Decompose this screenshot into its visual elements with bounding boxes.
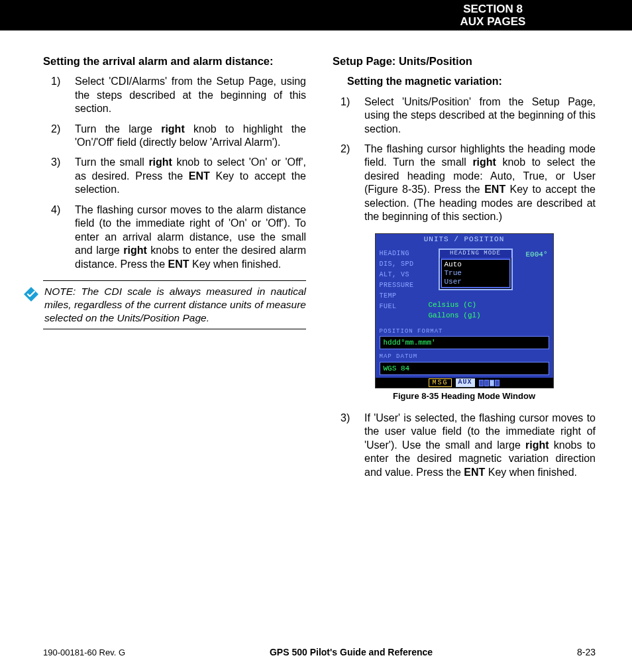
row-temp: TEMP [380,291,414,302]
status-aux: AUX [456,378,475,387]
left-step-2-text: Turn the large right knob to highlight t… [75,123,306,150]
page-footer: 190-00181-60 Rev. G GPS 500 Pilot's Guid… [43,647,596,657]
heading-mode-popup: HEADING MODE Auto True User [439,249,513,291]
right-step-1-text: Select 'Units/Position' from the Setup P… [364,95,596,136]
left-step-2-num: 2) [51,123,75,150]
right-step-2: 2) The flashing cursor highlights the he… [333,142,596,224]
fuel-value: Gallons (gl) [429,311,481,320]
left-step-2: 2) Turn the large right knob to highligh… [43,123,306,150]
right-step-2-text: The flashing cursor highlights the headi… [364,142,596,224]
device-screen: UNITS / POSITION HEADING DIS, SPD ALT, V… [375,233,554,388]
screen-body: HEADING DIS, SPD ALT, VS PRESSURE TEMP F… [376,245,553,327]
left-heading: Setting the arrival alarm and alarm dist… [43,54,306,68]
footer-title: GPS 500 Pilot's Guide and Reference [270,647,433,657]
right-step-2-num: 2) [341,142,364,224]
status-msg: MSG [429,378,451,387]
left-step-1: 1) Select 'CDI/Alarms' from the Setup Pa… [43,75,306,115]
note-box: NOTE: The CDI scale is always measured i… [43,280,306,329]
status-bar: MSG AUX [376,378,553,388]
footer-page: 8-23 [577,647,596,657]
left-column: Setting the arrival alarm and alarm dist… [43,54,306,632]
left-step-1-text: Select 'CDI/Alarms' from the Setup Page,… [75,75,306,115]
popup-options: Auto True User [441,259,510,288]
popup-title: HEADING MODE [440,250,511,258]
section-header-text: SECTION 8 AUX PAGES [427,3,559,28]
note-check-icon [23,286,39,302]
left-step-3-num: 3) [51,156,75,196]
row-fuel: FUEL [380,302,414,312]
right-step-3-num: 3) [341,412,364,479]
left-step-1-num: 1) [51,75,75,115]
heading-value: E004° [525,250,547,259]
popup-opt-user: User [445,278,507,286]
left-step-4-num: 4) [51,203,75,271]
section-header-line1: SECTION 8 [427,3,559,16]
footer-docid: 190-00181-60 Rev. G [43,647,125,657]
map-datum-label: MAP DATUM [376,352,553,362]
popup-opt-true: True [445,269,507,278]
row-heading: HEADING [380,249,414,259]
figure-8-35: UNITS / POSITION HEADING DIS, SPD ALT, V… [375,233,554,402]
row-alt-vs: ALT, VS [380,270,414,280]
map-datum-value: WGS 84 [380,362,549,375]
left-steps: 1) Select 'CDI/Alarms' from the Setup Pa… [43,75,306,271]
screen-row-labels: HEADING DIS, SPD ALT, VS PRESSURE TEMP F… [380,249,414,312]
right-step-1: 1) Select 'Units/Position' from the Setu… [333,95,596,136]
right-steps-b: 3) If 'User' is selected, the flashing c… [333,412,596,479]
page-indicator-icon [479,380,500,386]
left-step-4: 4) The flashing cursor moves to the alar… [43,203,306,271]
page: SECTION 8 AUX PAGES Setting the arrival … [0,0,632,672]
position-format-value: hddd°mm.mmm' [380,336,549,349]
popup-opt-auto: Auto [445,260,507,269]
right-column: Setup Page: Units/Position Setting the m… [333,54,596,632]
content-columns: Setting the arrival alarm and alarm dist… [43,54,596,632]
note-text: NOTE: The CDI scale is always measured i… [44,285,306,324]
right-subheading: Setting the magnetic variation: [347,75,596,88]
right-step-3: 3) If 'User' is selected, the flashing c… [333,412,596,479]
left-step-3-text: Turn the small right knob to select 'On'… [75,156,306,196]
row-pressure: PRESSURE [380,280,414,291]
position-format-label: POSITION FORMAT [376,327,553,337]
left-step-4-text: The flashing cursor moves to the alarm d… [75,203,306,271]
left-step-3: 3) Turn the small right knob to select '… [43,156,306,196]
screen-title: UNITS / POSITION [376,234,553,245]
right-steps-a: 1) Select 'Units/Position' from the Setu… [333,95,596,224]
right-step-3-text: If 'User' is selected, the flashing curs… [364,412,596,479]
right-step-1-num: 1) [341,95,364,136]
section-header-line2: AUX PAGES [427,16,559,28]
temp-value: Celsius (C) [429,300,477,309]
figure-caption: Figure 8-35 Heading Mode Window [375,391,554,402]
right-heading: Setup Page: Units/Position [333,54,596,68]
section-header-bar: SECTION 8 AUX PAGES [0,0,632,30]
row-dis-spd: DIS, SPD [380,259,414,270]
